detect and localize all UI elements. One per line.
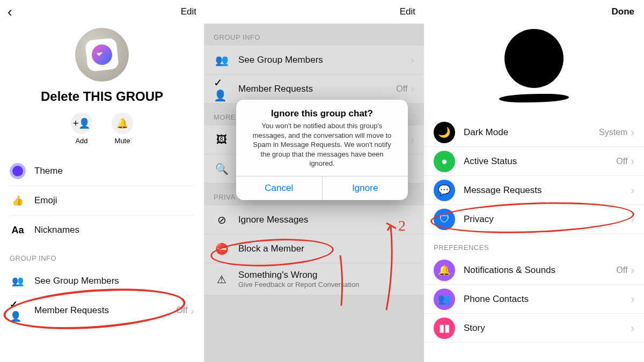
edit-button[interactable]: Edit (400, 6, 415, 17)
emoji-label: Emoji (34, 195, 194, 206)
group-info-header: GROUP INFO (204, 24, 424, 46)
message-requests-label: Message Requests (464, 185, 631, 196)
dark-mode-icon: 🌙 (434, 122, 455, 143)
active-status-icon: ● (434, 151, 455, 172)
dark-mode-row[interactable]: 🌙 Dark Mode System › (424, 118, 644, 147)
redacted-avatar (504, 29, 564, 88)
see-members-label: See Group Members (238, 55, 411, 65)
person-check-icon: ✓👤 (10, 302, 26, 319)
redacted-name (499, 93, 569, 104)
chevron-right-icon: › (631, 184, 634, 196)
chevron-right-icon: › (631, 264, 634, 276)
add-person-icon: +👤 (73, 117, 91, 129)
see-group-members-row[interactable]: 👥 See Group Members (0, 267, 204, 295)
active-status-value: Off (616, 157, 627, 166)
story-row[interactable]: ▮▮ Story › (424, 314, 644, 343)
add-member-button[interactable]: +👤 Add (71, 113, 92, 145)
group-title: Delete THIS GROUP (41, 89, 163, 104)
done-button[interactable]: Done (612, 6, 635, 17)
profile-header (424, 24, 644, 118)
bell-icon: 🔔 (116, 117, 128, 129)
chevron-right-icon: › (191, 305, 194, 317)
back-icon[interactable]: ‹ (8, 4, 12, 20)
member-requests-row[interactable]: ✓👤 Member Requests Off › (0, 296, 204, 325)
nicknames-icon: Aa (10, 222, 26, 238)
contacts-icon: 👥 (434, 289, 455, 310)
notifications-value: Off (616, 265, 627, 275)
dialog-body: You won't be notified about this group's… (236, 121, 408, 176)
emoji-row[interactable]: 👍 Emoji (0, 186, 204, 215)
mute-label: Mute (115, 137, 130, 145)
people-icon: 👥 (10, 273, 26, 289)
warning-icon: ⚠ (214, 271, 230, 287)
chevron-right-icon: › (631, 213, 634, 225)
ignore-icon: ⊘ (214, 212, 230, 228)
block-member-label: Block a Member (238, 243, 414, 254)
wrong-title: Something's Wrong (238, 270, 414, 280)
privacy-icon: 🛡 (434, 209, 455, 230)
notifications-row[interactable]: 🔔 Notifications & Sounds Off › (424, 256, 644, 285)
notifications-label: Notifications & Sounds (464, 265, 616, 276)
cancel-button[interactable]: Cancel (236, 176, 322, 200)
panel-group-settings: ‹ Edit Delete THIS GROUP +👤 Add 🔔 Mute T… (0, 0, 204, 362)
dark-mode-value: System (599, 128, 627, 137)
chevron-right-icon: › (631, 293, 634, 305)
chevron-right-icon: › (411, 134, 414, 146)
wrong-subtitle: Give Feedback or Report Conversation (238, 280, 414, 289)
chevron-right-icon: › (411, 54, 414, 66)
active-status-row[interactable]: ● Active Status Off › (424, 147, 644, 176)
ignore-messages-row[interactable]: ⊘ Ignore Messages (204, 205, 424, 234)
story-icon: ▮▮ (434, 317, 455, 339)
add-label: Add (75, 137, 87, 145)
edit-button[interactable]: Edit (181, 6, 196, 17)
group-avatar[interactable] (75, 28, 129, 82)
ignore-messages-label: Ignore Messages (238, 215, 414, 225)
see-group-members-row[interactable]: 👥 See Group Members › (204, 46, 424, 75)
chevron-right-icon: › (631, 322, 634, 334)
nicknames-label: Nicknames (34, 225, 194, 235)
search-icon: 🔍 (214, 161, 230, 177)
photo-icon: 🖼 (214, 132, 230, 148)
theme-icon (10, 163, 26, 179)
privacy-label: Privacy (464, 214, 631, 225)
dialog-title: Ignore this group chat? (236, 100, 408, 121)
block-member-row[interactable]: ⛔ Block a Member (204, 234, 424, 263)
member-requests-value: Off (396, 84, 407, 94)
phone-contacts-label: Phone Contacts (464, 294, 631, 305)
bell-icon: 🔔 (434, 260, 455, 281)
member-requests-row[interactable]: ✓👤 Member Requests Off › (204, 75, 424, 104)
people-icon: 👥 (214, 52, 230, 68)
panel-ignore-dialog: Edit GROUP INFO 👥 See Group Members › ✓👤… (204, 0, 424, 362)
preferences-header: PREFERENCES (424, 234, 644, 256)
chevron-right-icon: › (411, 83, 414, 95)
somethings-wrong-row[interactable]: ⚠ Something's Wrong Give Feedback or Rep… (204, 263, 424, 295)
ignore-confirm-dialog: Ignore this group chat? You won't be not… (236, 100, 408, 200)
member-requests-label: Member Requests (238, 84, 396, 94)
story-label: Story (464, 323, 631, 334)
panel-me-settings: Done 🌙 Dark Mode System › ● Active Statu… (424, 0, 644, 362)
message-requests-icon: 💬 (434, 180, 455, 201)
block-icon: ⛔ (214, 241, 230, 257)
chevron-right-icon: › (631, 126, 634, 138)
theme-row[interactable]: Theme (0, 157, 204, 186)
ignore-button[interactable]: Ignore (322, 176, 408, 200)
nicknames-row[interactable]: Aa Nicknames (0, 216, 204, 245)
thumbs-up-icon: 👍 (10, 193, 26, 209)
chevron-right-icon: › (631, 155, 634, 167)
message-requests-row[interactable]: 💬 Message Requests › (424, 176, 644, 205)
theme-label: Theme (34, 166, 194, 176)
phone-contacts-row[interactable]: 👥 Phone Contacts › (424, 285, 644, 314)
privacy-row[interactable]: 🛡 Privacy › (424, 205, 644, 234)
mute-button[interactable]: 🔔 Mute (112, 113, 133, 145)
dark-mode-label: Dark Mode (464, 127, 599, 138)
member-requests-label: Member Requests (34, 305, 176, 316)
active-status-label: Active Status (464, 156, 616, 167)
see-members-label: See Group Members (34, 276, 194, 286)
group-info-header: GROUP INFO (0, 245, 204, 267)
member-requests-value: Off (176, 306, 187, 315)
person-check-icon: ✓👤 (214, 81, 230, 97)
